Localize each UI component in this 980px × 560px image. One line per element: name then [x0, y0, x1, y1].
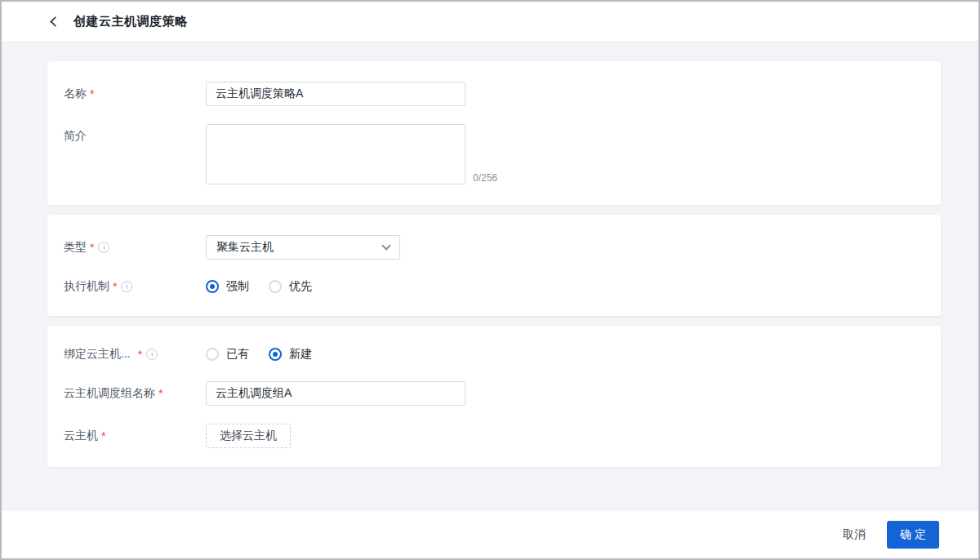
group-name-label: 云主机调度组名称 * [64, 381, 206, 406]
confirm-button[interactable]: 确 定 [887, 521, 939, 549]
required-asterisk: * [158, 387, 163, 400]
bind-group-radio-group: 已有 新建 [206, 346, 332, 362]
form-content: 名称 * 简介 0/256 类型 * i [2, 42, 978, 509]
required-asterisk: * [101, 429, 105, 442]
required-asterisk: * [90, 241, 94, 254]
select-host-button[interactable]: 选择云主机 [206, 424, 291, 448]
card-binding: 绑定云主机... * i 已有 新建 云主机调度组名 [47, 326, 941, 467]
create-scheduling-policy-page: 创建云主机调度策略 名称 * 简介 0/256 [0, 0, 980, 560]
bind-group-row: 绑定云主机... * i 已有 新建 [64, 342, 921, 362]
type-select-value: 聚集云主机 [216, 240, 274, 255]
card-policy: 类型 * i 聚集云主机 执行机制 * i 强制 [47, 215, 941, 316]
char-counter: 0/256 [473, 172, 497, 184]
back-button[interactable] [48, 15, 62, 29]
info-icon[interactable]: i [146, 349, 158, 360]
chevron-down-icon [381, 241, 390, 250]
page-title: 创建云主机调度策略 [74, 14, 188, 29]
info-icon[interactable]: i [98, 242, 109, 253]
footer-bar: 取消 确 定 [2, 509, 978, 558]
intro-field-wrap: 0/256 [206, 124, 497, 184]
type-row: 类型 * i 聚集云主机 [64, 235, 921, 260]
name-row: 名称 * [64, 82, 921, 106]
group-name-row: 云主机调度组名称 * [64, 381, 921, 406]
radio-mandatory[interactable]: 强制 [206, 279, 249, 294]
radio-existing[interactable]: 已有 [206, 347, 249, 362]
intro-label: 简介 [64, 124, 206, 149]
radio-selected-icon[interactable] [269, 348, 282, 361]
radio-selected-icon[interactable] [206, 280, 219, 293]
mechanism-row: 执行机制 * i 强制 优先 [64, 274, 921, 295]
required-asterisk: * [113, 280, 117, 293]
card-basic-info: 名称 * 简介 0/256 [47, 61, 941, 205]
radio-unselected-icon[interactable] [206, 348, 219, 361]
host-label: 云主机 * [64, 424, 206, 448]
required-asterisk: * [90, 87, 94, 100]
name-input[interactable] [206, 82, 466, 106]
mechanism-radio-group: 强制 优先 [206, 278, 332, 295]
type-select[interactable]: 聚集云主机 [206, 235, 400, 260]
group-name-input[interactable] [206, 381, 466, 406]
radio-unselected-icon[interactable] [269, 280, 282, 293]
type-label: 类型 * i [64, 235, 206, 260]
host-row: 云主机 * 选择云主机 [64, 424, 921, 448]
name-label: 名称 * [64, 82, 206, 106]
required-asterisk: * [138, 348, 142, 361]
chevron-left-icon [50, 16, 60, 27]
info-icon[interactable]: i [121, 281, 132, 292]
top-bar: 创建云主机调度策略 [2, 2, 978, 42]
cancel-button[interactable]: 取消 [840, 522, 869, 547]
intro-textarea[interactable] [206, 124, 466, 184]
radio-priority[interactable]: 优先 [269, 279, 312, 294]
intro-row: 简介 0/256 [64, 124, 921, 184]
mechanism-label: 执行机制 * i [64, 278, 206, 295]
bind-group-label: 绑定云主机... * i [64, 346, 206, 362]
radio-new[interactable]: 新建 [269, 347, 312, 362]
